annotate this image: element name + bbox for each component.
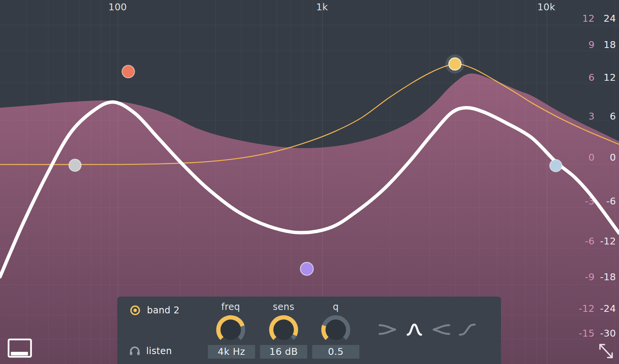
earpad-left [130, 352, 132, 355]
sens-knob-label: sens [257, 302, 310, 312]
bypass-bar [11, 352, 28, 356]
band-3-handle[interactable] [122, 65, 135, 78]
sens-axis-label: 3 [589, 111, 595, 122]
sens-axis-label: -12 [579, 303, 595, 314]
band-5-handle[interactable] [550, 160, 562, 172]
band-control-panel: band 2 listen freq sens q 4k Hz 16 dB 0.… [117, 297, 501, 364]
filter-mode-split-right-icon[interactable] [378, 322, 397, 337]
band-2-handle-selected[interactable] [449, 58, 461, 70]
resize-diagonal [600, 345, 612, 358]
listen-button[interactable]: listen [146, 346, 172, 356]
knob-face [220, 319, 241, 340]
sens-knob[interactable] [268, 314, 300, 346]
freq-axis-label: 100 [108, 2, 127, 13]
band-1-handle[interactable] [69, 159, 81, 171]
db-axis-label: -24 [600, 303, 616, 314]
freq-knob-label: freq [204, 302, 257, 312]
knob-face [325, 319, 346, 340]
db-axis-label: 6 [610, 111, 616, 122]
band-4-handle[interactable] [300, 262, 313, 275]
filter-mode-bell-icon[interactable] [405, 322, 424, 337]
sens-axis-label: 9 [589, 39, 595, 50]
resize-handle-icon[interactable] [597, 341, 615, 359]
bypass-icon[interactable] [7, 338, 33, 359]
db-axis-label: 18 [604, 39, 616, 50]
db-axis-label: 24 [604, 13, 616, 24]
q-value-box[interactable]: 0.5 [312, 345, 359, 359]
earpad-right [137, 352, 140, 355]
sens-value-box[interactable]: 16 dB [260, 345, 307, 359]
filter-mode-split-left-icon[interactable] [432, 322, 450, 337]
db-axis-label: 12 [604, 72, 616, 83]
sens-axis-label: -6 [585, 236, 595, 247]
filter-mode-slope-up-icon[interactable] [458, 322, 477, 337]
sens-axis-label: -9 [585, 271, 595, 283]
db-axis-label: -12 [600, 236, 616, 247]
freq-axis-label: 1k [316, 2, 328, 13]
q-knob-label: q [309, 302, 362, 312]
db-axis-label: -18 [600, 271, 616, 283]
sens-axis-label: 0 [589, 152, 595, 163]
freq-knob[interactable] [215, 314, 247, 346]
plugin-window: 1001k10k12249186123600-3-6-6-12-9-18-12-… [0, 0, 619, 364]
q-knob[interactable] [320, 314, 352, 346]
db-axis-label: -30 [600, 328, 616, 339]
headphones-icon[interactable] [129, 346, 140, 356]
freq-axis-label: 10k [537, 2, 555, 13]
sens-axis-label: 6 [589, 72, 595, 83]
knob-face [273, 319, 294, 340]
sens-axis-label: 12 [582, 13, 595, 24]
db-axis-label: -6 [606, 196, 616, 207]
band-select-icon[interactable] [129, 305, 141, 316]
freq-value-box[interactable]: 4k Hz [208, 345, 255, 359]
sens-axis-label: -15 [579, 328, 595, 339]
band-title[interactable]: band 2 [147, 305, 180, 316]
db-axis-label: 0 [610, 152, 616, 163]
band-icon-dot [134, 309, 137, 312]
